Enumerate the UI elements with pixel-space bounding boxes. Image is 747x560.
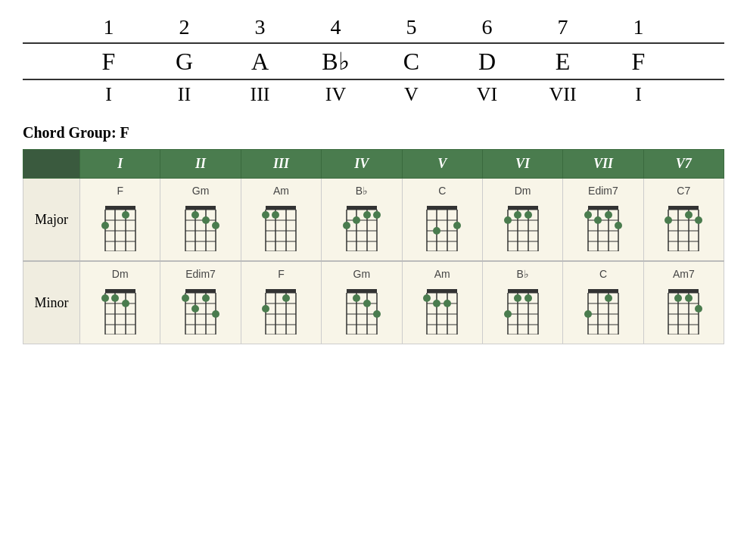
svg-point-178	[514, 294, 521, 302]
scale-number-7: 7	[525, 15, 601, 39]
scale-number-3: 3	[223, 15, 298, 39]
header-col-VII: VII	[563, 150, 643, 179]
svg-point-166	[433, 300, 440, 307]
svg-rect-0	[105, 206, 135, 210]
svg-rect-76	[588, 206, 618, 210]
scale-roman-IV: IV	[298, 83, 374, 106]
svg-point-165	[423, 294, 431, 302]
svg-point-129	[212, 310, 219, 318]
scale-roman-V: V	[374, 83, 450, 106]
scale-note-F: F	[71, 48, 147, 76]
svg-point-88	[594, 216, 602, 224]
svg-rect-193	[668, 289, 699, 293]
svg-point-36	[272, 211, 279, 219]
scale-roman-I2: I	[601, 83, 677, 106]
svg-point-48	[373, 211, 381, 219]
diagram-Bb-minor	[503, 283, 543, 338]
svg-point-191	[605, 294, 612, 302]
scale-number-2: 2	[147, 15, 223, 39]
svg-point-74	[524, 211, 532, 219]
svg-rect-103	[105, 289, 135, 293]
svg-point-10	[122, 211, 129, 219]
scale-roman-VI: VI	[450, 83, 525, 106]
major-chord-C: C	[402, 179, 482, 262]
major-chord-Bb: B♭	[322, 179, 402, 262]
svg-rect-51	[427, 206, 457, 210]
svg-point-75	[504, 216, 512, 224]
scale-note-C: C	[374, 48, 450, 76]
diagram-Edim7-minor	[181, 283, 220, 338]
diagram-Dm-minor	[101, 283, 140, 338]
header-col-II: II	[160, 150, 241, 179]
scale-note-G: G	[147, 48, 223, 76]
diagram-Bb-major	[342, 200, 381, 254]
scale-roman-I: I	[71, 83, 147, 106]
header-col-VI: VI	[482, 150, 562, 179]
major-row: Major F	[23, 179, 724, 262]
svg-point-179	[524, 294, 532, 302]
svg-point-86	[584, 211, 592, 219]
scale-note-A: A	[223, 48, 298, 76]
svg-point-128	[191, 305, 199, 313]
diagram-Am-minor	[422, 283, 462, 338]
header-col-III: III	[241, 150, 321, 179]
svg-point-100	[685, 211, 693, 219]
diagram-C-minor	[584, 283, 623, 338]
major-chord-C7: C7	[643, 179, 724, 262]
svg-point-141	[262, 305, 269, 313]
chord-table-header: I II III IV V VI VII V7	[23, 150, 724, 179]
svg-point-204	[685, 294, 693, 302]
minor-chord-Edim7: Edim7	[160, 261, 241, 344]
svg-rect-25	[266, 206, 296, 210]
scale-roman-VII: VII	[525, 83, 601, 106]
major-chord-Am: Am	[241, 179, 321, 262]
major-chord-Gm: Gm	[160, 179, 241, 262]
svg-point-50	[343, 222, 350, 229]
scale-numbers-row: 1 2 3 4 5 6 7 1	[23, 15, 724, 39]
chord-table: I II III IV V VI VII V7 Major F	[23, 149, 724, 344]
svg-point-49	[353, 216, 360, 224]
minor-chord-Dm: Dm	[80, 261, 160, 344]
svg-point-153	[363, 300, 371, 307]
svg-rect-181	[588, 289, 618, 293]
minor-chord-Am7: Am7	[643, 261, 724, 344]
svg-point-11	[101, 222, 109, 229]
diagram-Edim7-major	[584, 200, 623, 254]
scale-number-8: 1	[601, 15, 677, 39]
scale-note-E: E	[525, 48, 601, 76]
svg-rect-90	[668, 206, 699, 210]
scale-number-5: 5	[374, 15, 450, 39]
svg-rect-168	[508, 289, 538, 293]
svg-point-205	[695, 305, 702, 313]
diagram-Am7-minor	[664, 283, 703, 338]
svg-rect-37	[347, 206, 377, 210]
minor-chord-Gm: Gm	[322, 261, 402, 344]
diagram-C7-major	[664, 200, 703, 254]
header-col-IV: IV	[322, 150, 402, 179]
svg-point-114	[111, 294, 119, 302]
diagram-C-major	[422, 200, 462, 254]
header-col-V: V	[402, 150, 482, 179]
svg-point-192	[584, 310, 592, 318]
diagram-Am-major	[261, 200, 300, 254]
scale-roman-row: I II III IV V VI VII I	[23, 83, 724, 106]
svg-point-152	[353, 294, 360, 302]
major-chord-Edim7: Edim7	[563, 179, 643, 262]
svg-point-24	[212, 222, 219, 229]
header-col-I: I	[80, 150, 160, 179]
minor-chord-C: C	[563, 261, 643, 344]
svg-point-203	[674, 294, 682, 302]
svg-rect-63	[508, 206, 538, 210]
diagram-Dm-major	[503, 200, 543, 254]
svg-point-140	[282, 294, 290, 302]
scale-roman-III: III	[223, 83, 298, 106]
scale-notes-row: F G A B♭ C D E F	[23, 42, 724, 80]
svg-point-35	[262, 211, 269, 219]
minor-row: Minor Dm	[23, 261, 724, 344]
diagram-Gm-minor	[342, 283, 381, 338]
header-col-V7: V7	[643, 150, 724, 179]
major-chord-F: F	[80, 179, 160, 262]
svg-point-102	[695, 216, 702, 224]
svg-rect-142	[347, 289, 377, 293]
svg-point-167	[444, 300, 451, 307]
